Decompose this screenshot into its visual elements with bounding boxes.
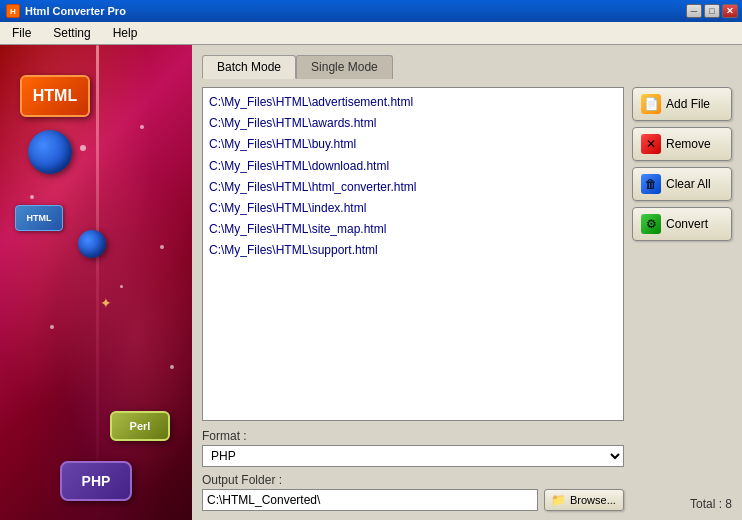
list-item[interactable]: C:\My_Files\HTML\support.html <box>207 240 619 261</box>
maximize-button[interactable]: □ <box>704 4 720 18</box>
app-icon: H <box>6 4 20 18</box>
output-row: Output Folder : 📁 Browse... <box>202 473 624 511</box>
sparkle-4 <box>160 245 164 249</box>
sparkle-7 <box>80 145 86 151</box>
tab-batch[interactable]: Batch Mode <box>202 55 296 79</box>
remove-button[interactable]: ✕ Remove <box>632 127 732 161</box>
format-row: Format : PHPASPJSPPerlCGIColdFusion <box>202 429 624 467</box>
menu-bar: File Setting Help <box>0 22 742 45</box>
sparkle-5 <box>50 325 54 329</box>
html-badge-small: HTML <box>15 205 63 231</box>
title-buttons: ─ □ ✕ <box>686 4 738 18</box>
output-folder-input[interactable] <box>202 489 538 511</box>
title-bar: H Html Converter Pro ─ □ ✕ <box>0 0 742 22</box>
convert-button[interactable]: ⚙ Convert <box>632 207 732 241</box>
format-select[interactable]: PHPASPJSPPerlCGIColdFusion <box>202 445 624 467</box>
list-item[interactable]: C:\My_Files\HTML\awards.html <box>207 113 619 134</box>
output-input-row: 📁 Browse... <box>202 489 624 511</box>
add-file-icon: 📄 <box>641 94 661 114</box>
bottom-right-area: Total : 8 <box>632 497 732 511</box>
html-badge-main: HTML <box>20 75 90 117</box>
main-content: HTML HTML ✦ Perl PHP Batch Mode Single M… <box>0 45 742 520</box>
globe-small <box>78 230 106 258</box>
file-list[interactable]: C:\My_Files\HTML\advertisement.htmlC:\My… <box>202 87 624 421</box>
add-file-button[interactable]: 📄 Add File <box>632 87 732 121</box>
tab-single[interactable]: Single Mode <box>296 55 393 79</box>
perl-badge: Perl <box>110 411 170 441</box>
convert-icon: ⚙ <box>641 214 661 234</box>
sparkle-6 <box>170 365 174 369</box>
right-panel: Batch Mode Single Mode C:\My_Files\HTML\… <box>192 45 742 520</box>
total-label: Total : 8 <box>690 497 732 511</box>
list-item[interactable]: C:\My_Files\HTML\advertisement.html <box>207 92 619 113</box>
browse-icon: 📁 <box>551 493 566 507</box>
list-item[interactable]: C:\My_Files\HTML\html_converter.html <box>207 177 619 198</box>
tab-bar: Batch Mode Single Mode <box>202 55 732 79</box>
list-item[interactable]: C:\My_Files\HTML\download.html <box>207 156 619 177</box>
remove-icon: ✕ <box>641 134 661 154</box>
list-item[interactable]: C:\My_Files\HTML\buy.html <box>207 134 619 155</box>
close-button[interactable]: ✕ <box>722 4 738 18</box>
clear-all-icon: 🗑 <box>641 174 661 194</box>
menu-help[interactable]: Help <box>107 24 144 42</box>
bottom-left-fields: Format : PHPASPJSPPerlCGIColdFusion Outp… <box>202 429 624 511</box>
sparkle-2 <box>140 125 144 129</box>
left-panel: HTML HTML ✦ Perl PHP <box>0 45 192 520</box>
browse-button[interactable]: 📁 Browse... <box>544 489 624 511</box>
list-item[interactable]: C:\My_Files\HTML\site_map.html <box>207 219 619 240</box>
window-title: Html Converter Pro <box>25 5 126 17</box>
format-label: Format : <box>202 429 624 443</box>
php-badge: PHP <box>60 461 132 501</box>
light-beam <box>96 45 99 520</box>
star-sparkle: ✦ <box>100 295 112 311</box>
content-area: C:\My_Files\HTML\advertisement.htmlC:\My… <box>202 87 732 421</box>
output-folder-label: Output Folder : <box>202 473 624 487</box>
menu-file[interactable]: File <box>6 24 37 42</box>
sparkle-3 <box>30 195 34 199</box>
buttons-panel: 📄 Add File ✕ Remove 🗑 Clear All ⚙ Conver… <box>632 87 732 421</box>
sparkle-8 <box>120 285 123 288</box>
minimize-button[interactable]: ─ <box>686 4 702 18</box>
globe-icon <box>28 130 72 174</box>
title-bar-left: H Html Converter Pro <box>6 4 126 18</box>
clear-all-button[interactable]: 🗑 Clear All <box>632 167 732 201</box>
list-item[interactable]: C:\My_Files\HTML\index.html <box>207 198 619 219</box>
menu-setting[interactable]: Setting <box>47 24 96 42</box>
bottom-section: Format : PHPASPJSPPerlCGIColdFusion Outp… <box>202 429 732 511</box>
